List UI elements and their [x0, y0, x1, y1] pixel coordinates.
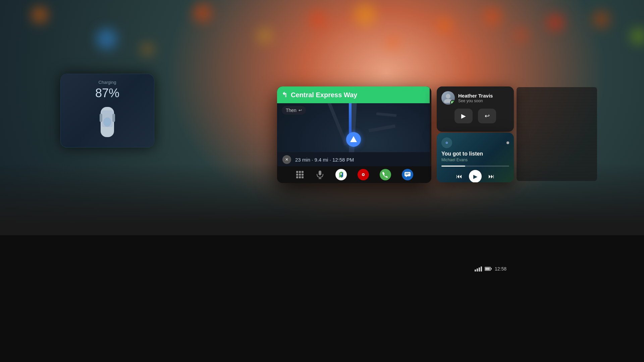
- caller-name: Heather Travis: [458, 93, 493, 99]
- svg-rect-3: [112, 114, 115, 122]
- call-card: Heather Travis See you soon ▶ ↩: [437, 86, 514, 132]
- car-top-view: [96, 104, 119, 140]
- music-controls: ⏮ ▶ ⏭: [441, 170, 509, 182]
- reply-button[interactable]: ↩: [478, 109, 496, 123]
- music-card: You got to listen Michael Evans ⏮ ▶ ⏭: [437, 133, 514, 182]
- svg-point-4: [103, 117, 111, 127]
- music-artist: Michael Evans: [441, 158, 509, 162]
- svg-rect-2: [100, 114, 102, 122]
- bokeh-light-0: [97, 29, 117, 49]
- bokeh-light-9: [631, 29, 644, 44]
- music-progress-bar-fill: [441, 166, 465, 167]
- phone-icon: [382, 172, 388, 178]
- music-app-icon: [441, 137, 452, 148]
- bokeh-light-7: [547, 14, 564, 31]
- direction-arrow-icon: ↰: [282, 91, 287, 99]
- call-indicator: [450, 100, 455, 105]
- grid-icon: [296, 171, 304, 178]
- map-road-h2: [376, 112, 396, 117]
- lower-dashboard: [0, 235, 644, 362]
- signal-bars: [475, 266, 482, 272]
- then-arrow: ↩: [299, 108, 302, 113]
- eta-bar: ✕ 23 min · 9.4 mi · 12:58 PM: [277, 152, 430, 167]
- caller-details: Heather Travis See you soon: [458, 93, 493, 103]
- svg-point-19: [446, 142, 447, 143]
- mic-icon: [316, 170, 324, 179]
- charging-label: Charging: [64, 80, 151, 85]
- arrow-up-icon: [350, 136, 357, 142]
- eta-time: 12:58 PM: [332, 157, 354, 163]
- music-app-icon-svg: [444, 140, 450, 146]
- then-label: Then: [286, 108, 297, 113]
- eta-separator1: ·: [312, 157, 314, 163]
- bokeh-light-13: [515, 29, 527, 41]
- music-icon: [360, 171, 367, 178]
- music-content: You got to listen Michael Evans ⏮ ▶ ⏭: [441, 137, 509, 182]
- messages-app-button[interactable]: [402, 169, 413, 180]
- music-progress-bar-container[interactable]: [441, 166, 509, 167]
- map-road-secondary: [326, 98, 347, 146]
- speaker-grille: [517, 87, 597, 181]
- map-road-horizontal: [369, 124, 396, 132]
- phone-app-button[interactable]: [380, 169, 391, 180]
- eta-distance: 9.4 mi: [315, 157, 328, 163]
- caller-status: See you soon: [458, 99, 493, 103]
- bokeh-light-4: [354, 4, 376, 25]
- caller-info: Heather Travis See you soon: [441, 91, 509, 105]
- svg-rect-22: [485, 268, 490, 270]
- bokeh-light-6: [483, 7, 501, 26]
- bokeh-light-5: [438, 18, 451, 32]
- infotainment-screen: ↰ Central Express Way Then ↩ ✕ 23 min · …: [277, 86, 431, 183]
- instrument-cluster: Charging 87%: [60, 74, 154, 147]
- next-track-button[interactable]: ⏭: [488, 173, 494, 180]
- location-arrow: [346, 132, 361, 147]
- battery-percent: 87%: [64, 86, 151, 100]
- toolbar: [277, 166, 431, 183]
- music-app-button[interactable]: [358, 169, 369, 180]
- apps-button[interactable]: [295, 170, 305, 179]
- signal-bar-4: [481, 266, 482, 272]
- bokeh-light-10: [142, 44, 153, 55]
- svg-point-11: [363, 174, 364, 175]
- maps-icon: [337, 171, 345, 178]
- maps-app-button[interactable]: [335, 169, 347, 180]
- close-nav-button[interactable]: ✕: [282, 155, 291, 164]
- then-badge: Then ↩: [282, 106, 306, 115]
- svg-point-8: [340, 173, 342, 175]
- nav-map: ↰ Central Express Way Then ↩ ✕ 23 min · …: [277, 86, 430, 167]
- status-time: 12:58: [495, 266, 506, 272]
- bokeh-light-11: [258, 29, 272, 43]
- direction-street: Central Express Way: [291, 91, 425, 99]
- signal-bar-3: [479, 267, 480, 272]
- svg-point-15: [446, 94, 450, 99]
- direction-banner: ↰ Central Express Way: [277, 86, 430, 103]
- bokeh-light-12: [386, 36, 399, 49]
- eta-info: 23 min · 9.4 mi · 12:58 PM: [295, 157, 424, 163]
- navigation-panel[interactable]: ↰ Central Express Way Then ↩ ✕ 23 min · …: [277, 86, 430, 167]
- svg-rect-5: [319, 171, 321, 175]
- eta-separator2: ·: [330, 157, 332, 163]
- music-status-dot: [506, 141, 509, 144]
- prev-track-button[interactable]: ⏮: [456, 173, 462, 180]
- bokeh-light-2: [193, 4, 212, 22]
- music-header: [441, 137, 509, 148]
- call-controls: ▶ ↩: [441, 109, 509, 123]
- bokeh-light-3: [309, 11, 326, 27]
- signal-bar-1: [475, 269, 476, 272]
- call-indicator-icon: [451, 101, 454, 104]
- music-track-title: You got to listen: [441, 151, 509, 157]
- svg-rect-21: [491, 268, 492, 269]
- caller-avatar: [441, 91, 455, 105]
- play-button[interactable]: ▶: [454, 109, 473, 123]
- signal-bar-2: [477, 268, 478, 272]
- battery-icon: [485, 266, 492, 271]
- status-bar: 12:58: [475, 266, 506, 272]
- bokeh-light-8: [592, 11, 610, 28]
- bokeh-light-1: [32, 7, 47, 22]
- eta-minutes: 23 min: [295, 157, 310, 163]
- music-play-button[interactable]: ▶: [469, 170, 482, 182]
- messages-icon: [404, 172, 411, 178]
- mic-button[interactable]: [315, 170, 325, 179]
- caller-status-text: See you soon: [458, 99, 483, 103]
